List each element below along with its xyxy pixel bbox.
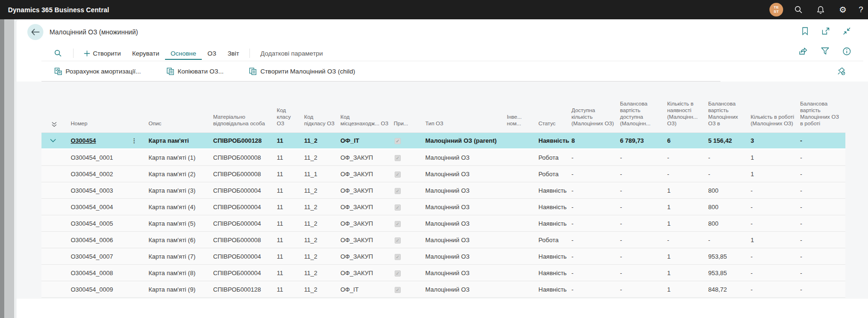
cell-available-book-value[interactable]: 6 789,73 [620,137,667,144]
cell-responsible-person[interactable]: СПІВРОБ000128 [213,137,277,144]
cell-inwork-qty[interactable]: - [751,204,800,211]
cell-fa-type[interactable]: Малоцінний ОЗ [425,154,507,161]
cell-inwork-book-value[interactable]: - [800,204,845,211]
column-header-inventory-number[interactable]: Інве... ном... [507,114,538,132]
cell-available-qty[interactable]: - [571,236,620,244]
cell-inwork-book-value[interactable]: - [800,171,845,178]
cell-status[interactable]: Робота [538,171,571,178]
cell-number[interactable]: О300454_0003 [71,187,149,194]
cell-onhand-book-value[interactable]: 953,85 [708,253,751,260]
cell-onhand-book-value[interactable]: 5 156,42 [708,137,751,144]
cell-inwork-book-value[interactable]: - [800,187,845,194]
column-header-responsible-person[interactable]: Матеріально відповідальна особа [213,114,277,132]
cell-location-code[interactable]: ОФ_ЗАКУП [340,253,394,260]
column-header-description[interactable]: Опис [149,120,213,132]
cell-fa-type[interactable]: Малоцінний ОЗ [425,220,507,227]
cell-class-code[interactable]: 11 [277,154,304,161]
cell-available-book-value[interactable]: - [620,171,667,178]
column-header-assigned[interactable]: При... [394,120,425,132]
table-row[interactable]: О300454_0007Карта пам'яті (7)СПІВРОБ0000… [41,248,845,265]
cell-inwork-qty[interactable]: 1 [751,154,800,161]
cell-status[interactable]: Робота [538,236,571,244]
cell-subclass-code[interactable]: 11_1 [304,171,340,178]
bookmark-icon[interactable] [802,27,809,35]
table-row[interactable]: О300454_0009Карта пам'яті (9)СПІВРОБ0001… [41,281,845,298]
cell-available-book-value[interactable]: - [620,236,667,244]
column-header-number[interactable]: Номер [71,120,149,132]
cell-inwork-qty[interactable]: 3 [751,137,800,144]
list-search-icon[interactable] [48,49,68,57]
cell-location-code[interactable]: ОФ_ЗАКУП [340,154,394,161]
open-in-new-window-icon[interactable] [821,27,830,35]
cell-status[interactable]: Наявність [538,286,571,293]
notifications-bell-icon[interactable] [810,0,832,19]
cell-number[interactable]: О300454_0008 [71,269,149,277]
record-link[interactable]: О300454_0001 [71,154,113,161]
cell-responsible-person[interactable]: СПІВРОБ000004 [213,220,277,227]
cell-description[interactable]: Карта пам'яті (1) [149,154,213,161]
cell-onhand-qty[interactable]: - [667,171,708,178]
cell-class-code[interactable]: 11 [277,253,304,260]
cell-fa-type[interactable]: Малоцінний ОЗ [425,269,507,277]
cell-number[interactable]: О300454_0005 [71,220,149,227]
cell-subclass-code[interactable]: 11_2 [304,286,340,293]
unpin-icon[interactable] [837,66,846,76]
cell-available-book-value[interactable]: - [620,269,667,277]
cell-onhand-qty[interactable]: 1 [667,187,708,194]
cell-number[interactable]: О300454_0006 [71,236,149,244]
cell-onhand-book-value[interactable]: 800 [708,204,751,211]
cell-inwork-book-value[interactable]: - [800,269,845,277]
cell-subclass-code[interactable]: 11_2 [304,220,340,227]
cell-subclass-code[interactable]: 11_2 [304,253,340,260]
column-header-fa-type[interactable]: Тип ОЗ [425,120,507,132]
cell-fa-type[interactable]: Малоцінний ОЗ (parent) [425,137,507,144]
menu-item-5[interactable]: Звіт [222,47,245,60]
cell-onhand-book-value[interactable]: - [708,171,751,178]
account-avatar[interactable]: TE ST [765,0,787,19]
cell-inwork-book-value[interactable]: - [800,236,845,244]
column-header-location-code[interactable]: Код місцезнаходж... ОЗ [340,114,394,132]
cell-inwork-book-value[interactable]: - [800,154,845,161]
cell-inwork-qty[interactable]: 1 [751,236,800,244]
table-row[interactable]: О300454_0002Карта пам'яті (2)СПІВРОБ0000… [41,166,845,182]
cell-class-code[interactable]: 11 [277,137,304,144]
cell-responsible-person[interactable]: СПІВРОБ000008 [213,154,277,161]
table-row[interactable]: О300454_0006Карта пам'яті (6)СПІВРОБ0000… [41,232,845,248]
table-row[interactable]: О300454_0005Карта пам'яті (5)СПІВРОБ0000… [41,215,845,232]
cell-description[interactable]: Карта пам'яті (9) [149,286,213,293]
cell-status[interactable]: Наявність [538,204,571,211]
record-link[interactable]: О300454 [71,137,96,144]
cell-available-book-value[interactable]: - [620,154,667,161]
lookup-link[interactable]: ОФ_ІТ [340,137,359,144]
collapse-icon[interactable] [843,27,851,35]
cell-available-qty[interactable]: - [571,253,620,260]
cell-inwork-book-value[interactable]: - [800,220,845,227]
cell-onhand-qty[interactable]: 1 [667,220,708,227]
table-row[interactable]: О300454_0001Карта пам'яті (1)СПІВРОБ0000… [41,149,845,166]
cell-location-code[interactable]: ОФ_ЗАКУП [340,204,394,211]
lookup-link[interactable]: СПІВРОБ000128 [213,137,262,144]
column-header-onhand-book-value[interactable]: Балансова вартість Малоцінних ОЗ в [708,100,751,132]
cell-available-qty[interactable]: 8 [571,137,620,144]
cell-class-code[interactable]: 11 [277,236,304,244]
cell-number[interactable]: О300454_0004 [71,204,149,211]
cell-responsible-person[interactable]: СПІВРОБ000004 [213,187,277,194]
cell-fa-type[interactable]: Малоцінний ОЗ [425,187,507,194]
table-row[interactable]: О300454_0008Карта пам'яті (8)СПІВРОБ0000… [41,265,845,281]
cell-inwork-qty[interactable]: - [751,187,800,194]
back-button[interactable] [27,24,43,40]
cell-responsible-person[interactable]: СПІВРОБ000004 [213,253,277,260]
cell-fa-type[interactable]: Малоцінний ОЗ [425,236,507,244]
cell-subclass-code[interactable]: 11_2 [304,187,340,194]
search-icon[interactable] [787,0,810,19]
cell-number[interactable]: О300454_0009 [71,286,149,293]
column-header-available-qty[interactable]: Доступна кількість (Малоцінних ОЗ) [571,107,620,132]
cell-inwork-qty[interactable]: - [751,269,800,277]
cell-available-qty[interactable]: - [571,171,620,178]
app-title[interactable]: Dynamics 365 Business Central [8,6,109,14]
record-link[interactable]: О300454_0009 [71,286,113,293]
cell-status[interactable]: Наявність [538,253,571,260]
cell-status[interactable]: Робота [538,154,571,161]
record-link[interactable]: О300454_0003 [71,187,113,194]
settings-gear-icon[interactable]: ⚙ [832,0,854,19]
